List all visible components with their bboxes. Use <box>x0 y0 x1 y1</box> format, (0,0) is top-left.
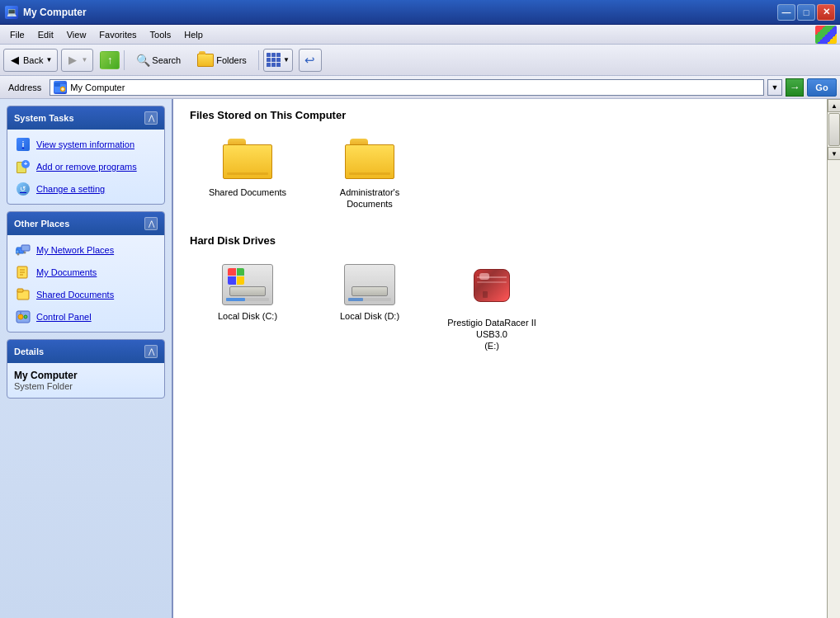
search-icon: 🔍 <box>136 54 149 67</box>
menu-view[interactable]: View <box>60 28 93 41</box>
administrator-documents-item-label: Administrator'sDocuments <box>340 186 399 210</box>
other-places-header: Other Places ⋀ <box>7 212 164 235</box>
address-field[interactable]: My Computer <box>50 79 764 96</box>
details-section: Details ⋀ My Computer System Folder <box>7 339 165 399</box>
add-remove-programs-icon <box>15 158 31 175</box>
toolbar: ◀ Back ▼ ▶ ▼ ↑ 🔍 Search Folders ▼ ↩ <box>0 45 840 76</box>
scroll-thumb[interactable] <box>828 113 840 146</box>
sidebar-link-change-setting[interactable]: ↺ Change a setting <box>12 179 159 199</box>
local-disk-c-label: Local Disk (C:) <box>218 310 277 322</box>
change-setting-label: Change a setting <box>36 184 105 194</box>
my-network-places-label: My Network Places <box>36 245 114 255</box>
sidebar-link-shared-documents[interactable]: Shared Documents <box>12 285 159 304</box>
view-system-info-icon: i <box>15 136 31 153</box>
address-value: My Computer <box>70 83 125 92</box>
sidebar-link-my-network-places[interactable]: My Network Places <box>12 240 159 260</box>
local-disk-d-label: Local Disk (D:) <box>340 310 399 322</box>
hard-disk-section-heading: Hard Disk Drives <box>190 234 810 247</box>
system-tasks-collapse-button[interactable]: ⋀ <box>144 111 158 125</box>
menu-file[interactable]: File <box>3 28 31 41</box>
view-button[interactable]: ▼ <box>263 49 293 72</box>
undo-button[interactable]: ↩ <box>299 49 322 72</box>
usb-drive-label: Prestigio DataRacer II USB3.0(E:) <box>441 317 542 352</box>
menu-tools[interactable]: Tools <box>144 28 178 41</box>
back-dropdown-icon[interactable]: ▼ <box>45 56 52 64</box>
usb-drive-item[interactable]: Prestigio DataRacer II USB3.0(E:) <box>434 257 550 360</box>
scroll-down-button[interactable]: ▼ <box>828 147 840 160</box>
svg-rect-13 <box>17 289 23 292</box>
details-title: Details <box>14 347 44 356</box>
folders-button[interactable]: Folders <box>190 48 254 73</box>
details-header: Details ⋀ <box>7 340 164 363</box>
forward-button[interactable]: ▶ ▼ <box>61 49 93 72</box>
change-setting-icon: ↺ <box>15 181 31 197</box>
separator-1 <box>124 50 125 70</box>
other-places-section: Other Places ⋀ My Network Places <box>7 211 165 333</box>
shared-documents-icon <box>15 286 31 303</box>
local-disk-c-icon <box>222 264 273 305</box>
svg-rect-5 <box>21 245 30 251</box>
menu-help[interactable]: Help <box>177 28 210 41</box>
sidebar-link-view-system-info[interactable]: i View system information <box>12 134 159 154</box>
content-inner: Files Stored on This Computer Shared Doc… <box>173 99 827 385</box>
svg-rect-1 <box>54 83 60 87</box>
address-label: Address <box>3 83 46 92</box>
details-name: My Computer <box>14 370 158 381</box>
other-places-collapse-button[interactable]: ⋀ <box>144 217 158 230</box>
sidebar-link-my-documents[interactable]: My Documents <box>12 262 159 282</box>
address-bar: Address My Computer ▼ → Go <box>0 76 840 99</box>
menu-bar: File Edit View Favorites Tools Help <box>0 25 840 45</box>
details-collapse-button[interactable]: ⋀ <box>144 345 158 358</box>
usb-drive-icon <box>467 264 517 312</box>
administrator-documents-folder-icon <box>345 139 394 182</box>
title-bar-app-icon: 💻 <box>5 6 18 19</box>
control-panel-icon <box>15 309 31 325</box>
minimize-button[interactable]: — <box>777 4 795 21</box>
system-tasks-title: System Tasks <box>14 113 74 123</box>
forward-dropdown-icon[interactable]: ▼ <box>81 56 87 64</box>
svg-point-16 <box>24 315 27 318</box>
back-label: Back <box>23 55 43 65</box>
maximize-button[interactable]: □ <box>797 4 815 21</box>
system-tasks-header: System Tasks ⋀ <box>7 106 164 130</box>
menu-favorites[interactable]: Favorites <box>92 28 143 41</box>
go-arrow-icon: → <box>786 78 804 97</box>
go-button[interactable]: Go <box>807 78 837 97</box>
local-disk-c-item[interactable]: Local Disk (C:) <box>190 257 305 360</box>
svg-point-7 <box>24 252 26 254</box>
hard-disk-icons-grid: Local Disk (C:) Local Disk (D:) <box>190 257 810 360</box>
my-network-places-icon <box>15 242 31 258</box>
sidebar: System Tasks ⋀ i View system information… <box>0 99 173 618</box>
address-dropdown-button[interactable]: ▼ <box>767 79 782 96</box>
main-layout: System Tasks ⋀ i View system information… <box>0 99 840 618</box>
up-folder-button[interactable]: ↑ <box>100 51 120 69</box>
folders-label: Folders <box>216 55 247 65</box>
back-button[interactable]: ◀ Back ▼ <box>3 49 58 72</box>
local-disk-d-item[interactable]: Local Disk (D:) <box>312 257 427 360</box>
windows-flag-icon <box>815 26 837 44</box>
administrator-documents-item[interactable]: Administrator'sDocuments <box>312 131 427 218</box>
sidebar-link-control-panel[interactable]: Control Panel <box>12 307 159 327</box>
system-tasks-content: i View system information Add or remove … <box>7 130 164 204</box>
scroll-up-button[interactable]: ▲ <box>828 99 840 112</box>
search-button[interactable]: 🔍 Search <box>129 48 188 73</box>
back-arrow-icon: ◀ <box>9 54 21 66</box>
title-bar: 💻 My Computer — □ ✕ <box>0 0 840 25</box>
details-content: My Computer System Folder <box>7 363 164 398</box>
svg-point-15 <box>18 314 23 319</box>
content-area: Files Stored on This Computer Shared Doc… <box>173 99 840 618</box>
details-type: System Folder <box>14 381 158 391</box>
close-button[interactable]: ✕ <box>817 4 835 21</box>
view-system-info-label: View system information <box>36 139 134 149</box>
files-section-heading: Files Stored on This Computer <box>190 109 810 121</box>
sidebar-link-add-remove-programs[interactable]: Add or remove programs <box>12 157 159 177</box>
control-panel-label: Control Panel <box>36 312 92 322</box>
menu-edit[interactable]: Edit <box>31 28 60 41</box>
scrollbar[interactable]: ▲ ▼ <box>827 99 840 618</box>
search-label: Search <box>152 55 181 65</box>
forward-arrow-icon: ▶ <box>67 54 78 66</box>
svg-rect-4 <box>16 250 19 253</box>
shared-documents-item[interactable]: Shared Documents <box>190 131 305 218</box>
local-disk-d-icon <box>344 264 395 305</box>
shared-documents-folder-icon <box>223 139 272 182</box>
